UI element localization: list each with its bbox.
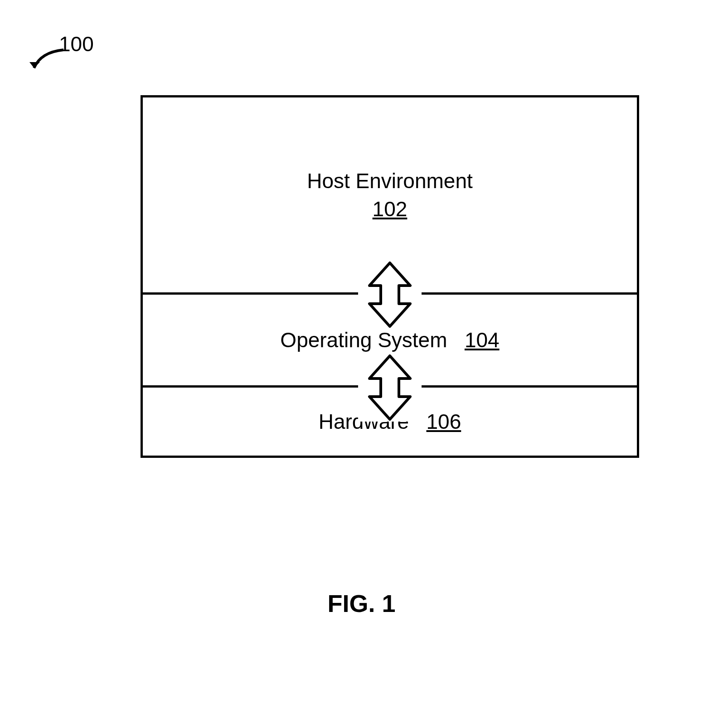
os-ref: 104 <box>465 328 500 352</box>
figure-canvas: 100 Host Environment 102 Operating Syste… <box>0 0 723 728</box>
leader-arrow-icon <box>27 48 68 75</box>
os-label: Operating System <box>280 328 447 352</box>
bidirectional-arrow-icon <box>358 261 422 329</box>
svg-marker-2 <box>369 356 410 419</box>
bidirectional-arrow-icon <box>358 354 422 422</box>
host-env-ref: 102 <box>373 197 408 221</box>
system-stack-diagram: Host Environment 102 Operating System 10… <box>141 95 639 458</box>
host-env-label: Host Environment <box>307 169 473 193</box>
hardware-ref: 106 <box>427 410 461 433</box>
svg-marker-1 <box>369 263 410 326</box>
svg-marker-0 <box>29 62 40 68</box>
figure-caption: FIG. 1 <box>0 589 723 617</box>
